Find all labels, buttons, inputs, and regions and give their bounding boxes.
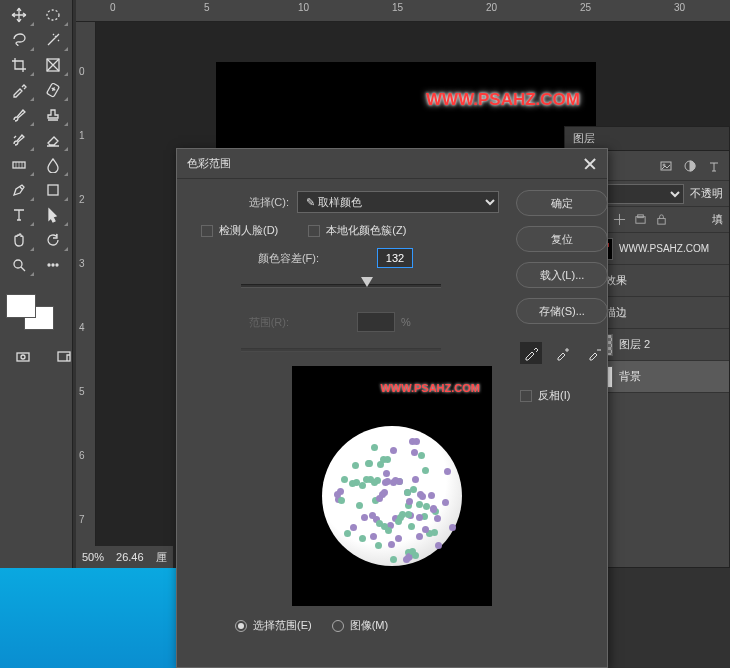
eraser-tool[interactable] xyxy=(36,127,69,152)
wand-tool[interactable] xyxy=(36,27,69,52)
save-button[interactable]: 存储(S)... xyxy=(516,298,608,324)
eyedropper-sub-icon[interactable] xyxy=(584,342,606,364)
preview-sphere xyxy=(322,426,462,566)
lock-all-icon[interactable] xyxy=(655,213,668,226)
ok-button[interactable]: 确定 xyxy=(516,190,608,216)
history-brush-tool[interactable] xyxy=(2,127,35,152)
screenmode-toggle[interactable] xyxy=(47,344,80,369)
layer-label: 图层 2 xyxy=(619,337,650,352)
hand-tool[interactable] xyxy=(2,227,35,252)
marquee-tool[interactable] xyxy=(36,2,69,27)
eyedropper-icon[interactable] xyxy=(520,342,542,364)
eyedropper-add-icon[interactable] xyxy=(552,342,574,364)
fuzziness-input[interactable] xyxy=(377,248,413,268)
svg-rect-4 xyxy=(48,185,58,195)
svg-point-8 xyxy=(56,264,58,266)
color-swatches[interactable] xyxy=(6,294,56,334)
stroke-label: 描边 xyxy=(605,305,627,320)
layer-label: 背景 xyxy=(619,369,641,384)
brush-tool[interactable] xyxy=(2,102,35,127)
local-clusters-checkbox[interactable]: 本地化颜色簇(Z) xyxy=(308,223,406,238)
toolbox xyxy=(0,0,73,568)
range-label: 范围(R): xyxy=(191,315,297,330)
preview-box[interactable]: WWW.PSAHZ.COM xyxy=(292,366,492,606)
select-dropdown[interactable]: ✎ 取样颜色 xyxy=(297,191,499,213)
opacity-label: 不透明 xyxy=(690,186,723,201)
dialog-title: 色彩范围 xyxy=(187,156,231,171)
reset-button[interactable]: 复位 xyxy=(516,226,608,252)
pen-tool[interactable] xyxy=(2,177,35,202)
radio-image[interactable]: 图像(M) xyxy=(332,618,389,633)
svg-point-10 xyxy=(21,355,25,359)
healing-tool[interactable] xyxy=(36,77,69,102)
svg-rect-18 xyxy=(658,219,665,225)
lock-move-icon[interactable] xyxy=(613,213,626,226)
svg-point-5 xyxy=(14,260,22,268)
close-icon[interactable] xyxy=(581,155,599,173)
stamp-tool[interactable] xyxy=(36,102,69,127)
range-input xyxy=(357,312,395,332)
move-tool[interactable] xyxy=(2,2,35,27)
preview-watermark: WWW.PSAHZ.COM xyxy=(380,382,480,394)
load-button[interactable]: 载入(L)... xyxy=(516,262,608,288)
quickmask-toggle[interactable] xyxy=(6,344,39,369)
svg-rect-9 xyxy=(17,353,29,361)
svg-point-6 xyxy=(48,264,50,266)
fx-label: 效果 xyxy=(605,273,627,288)
detect-faces-checkbox: 检测人脸(D) xyxy=(201,223,278,238)
svg-rect-11 xyxy=(58,352,70,361)
type-tool[interactable] xyxy=(2,202,35,227)
eyedropper-tool[interactable] xyxy=(2,77,35,102)
svg-point-0 xyxy=(47,10,59,20)
blur-tool[interactable] xyxy=(36,152,69,177)
watermark-text: WWW.PSAHZ.COM xyxy=(426,90,580,110)
crop-tool[interactable] xyxy=(2,52,35,77)
shape-tool[interactable] xyxy=(36,177,69,202)
invert-checkbox[interactable]: 反相(I) xyxy=(516,388,608,403)
taskbar xyxy=(0,568,176,668)
path-select-tool[interactable] xyxy=(36,202,69,227)
frame-tool[interactable] xyxy=(36,52,69,77)
status-bar: 50% 26.46 厘 xyxy=(76,546,173,568)
svg-point-7 xyxy=(52,264,54,266)
select-label: 选择(C): xyxy=(191,195,297,210)
foreground-swatch[interactable] xyxy=(6,294,36,318)
gradient-tool[interactable] xyxy=(2,152,35,177)
range-slider xyxy=(241,342,441,362)
fuzziness-slider[interactable] xyxy=(241,278,441,298)
lasso-tool[interactable] xyxy=(2,27,35,52)
zoom-tool[interactable] xyxy=(2,252,35,277)
zoom-level[interactable]: 50% xyxy=(82,551,104,563)
doc-unit: 厘 xyxy=(156,550,167,565)
lock-nest-icon[interactable] xyxy=(634,213,647,226)
rotate-tool[interactable] xyxy=(36,227,69,252)
radio-selection[interactable]: 选择范围(E) xyxy=(235,618,312,633)
more-tools[interactable] xyxy=(36,252,69,277)
ruler-vertical: 0 1 2 3 4 5 6 7 xyxy=(76,22,96,568)
fill-label: 填 xyxy=(712,212,723,227)
ruler-horizontal: 0 5 10 15 20 25 30 xyxy=(76,0,730,22)
layer-label: WWW.PSAHZ.COM xyxy=(619,243,709,254)
fuzziness-label: 颜色容差(F): xyxy=(191,251,327,266)
doc-size: 26.46 xyxy=(116,551,144,563)
